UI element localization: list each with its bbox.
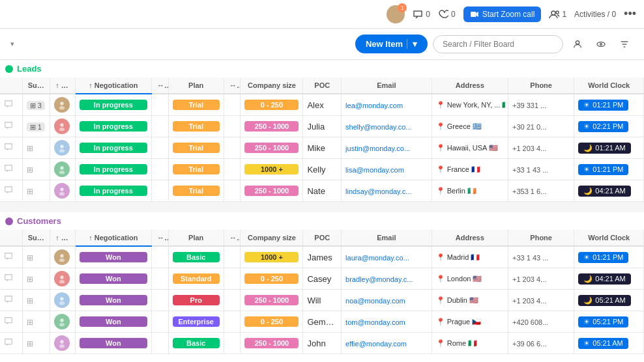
plan-cell[interactable]: Trial: [168, 137, 224, 159]
negotiation-cell[interactable]: In progress: [75, 180, 151, 202]
col-phone-header[interactable]: Phone: [508, 77, 574, 94]
company-size-cell[interactable]: 250 - 1000: [241, 137, 303, 159]
comment-cell[interactable]: [0, 268, 22, 290]
email-cell[interactable]: shelly@monday.co...: [342, 116, 432, 137]
col2-poc-header[interactable]: POC: [303, 230, 342, 246]
email-cell[interactable]: lisa@monday.com: [342, 159, 432, 180]
table-row[interactable]: ⊞ 1 In progress Trial 250 - 1000 Julia s…: [0, 116, 644, 137]
col-address-header[interactable]: Address: [432, 77, 508, 94]
negotiation-cell[interactable]: In progress: [75, 94, 151, 116]
col2-company-header[interactable]: Company size: [241, 230, 303, 246]
table-row[interactable]: ⊞ In progress Trial 250 - 1000 Nate lind…: [0, 180, 644, 202]
col-subitems-header[interactable]: Subitems: [22, 77, 50, 94]
zoom-call-button[interactable]: Start Zoom call: [463, 7, 542, 22]
col2-plan-header[interactable]: Plan: [168, 230, 224, 246]
negotiation-cell[interactable]: Won: [75, 290, 151, 311]
plan-cell[interactable]: Basic: [168, 246, 224, 268]
company-size-cell[interactable]: 0 - 250: [241, 94, 303, 116]
eye-icon[interactable]: [592, 35, 610, 53]
subitems-cell[interactable]: ⊞: [22, 159, 50, 180]
plan-cell[interactable]: Basic: [168, 333, 224, 354]
plan-cell[interactable]: Standard: [168, 268, 224, 290]
email-cell[interactable]: bradley@monday.c...: [342, 268, 432, 290]
comment-cell[interactable]: [0, 94, 22, 116]
col-plan-header[interactable]: Plan: [168, 77, 224, 94]
negotiation-cell[interactable]: In progress: [75, 137, 151, 159]
address-cell[interactable]: 📍 London 🇺🇸: [432, 268, 508, 290]
col2-phone-header[interactable]: Phone: [508, 230, 574, 246]
guests-item[interactable]: 1: [549, 9, 566, 20]
email-cell[interactable]: effie@monday.com: [342, 333, 432, 354]
company-size-cell[interactable]: 0 - 250: [241, 268, 303, 290]
replies-item[interactable]: 0: [413, 9, 430, 20]
plan-cell[interactable]: Trial: [168, 116, 224, 137]
col-poc-header[interactable]: POC: [303, 77, 342, 94]
subitems-cell[interactable]: ⊞: [22, 290, 50, 311]
comment-cell[interactable]: [0, 116, 22, 137]
comment-cell[interactable]: [0, 333, 22, 354]
col-company-header[interactable]: Company size: [241, 77, 303, 94]
company-size-cell[interactable]: 0 - 250: [241, 311, 303, 333]
table-row[interactable]: ⊞ In progress Trial 250 - 1000 Mike just…: [0, 137, 644, 159]
plan-cell[interactable]: Trial: [168, 180, 224, 202]
negotiation-cell[interactable]: Won: [75, 311, 151, 333]
address-cell[interactable]: 📍 Dublin 🇺🇸: [432, 290, 508, 311]
plan-cell[interactable]: Pro: [168, 290, 224, 311]
plan-cell[interactable]: Enterprise: [168, 311, 224, 333]
negotiation-cell[interactable]: In progress: [75, 159, 151, 180]
negotiation-cell[interactable]: Won: [75, 246, 151, 268]
subitems-cell[interactable]: ⊞: [22, 246, 50, 268]
new-item-button[interactable]: New Item ▾: [355, 35, 428, 53]
subitems-cell[interactable]: ⊞: [22, 268, 50, 290]
table-row[interactable]: ⊞ 3 In progress Trial 0 - 250 Alex lea@m…: [0, 94, 644, 116]
email-cell[interactable]: laura@monday.co...: [342, 246, 432, 268]
col2-clock-header[interactable]: World Clock: [574, 230, 644, 246]
address-cell[interactable]: 📍 Prague 🇨🇿: [432, 311, 508, 333]
negotiation-cell[interactable]: Won: [75, 333, 151, 354]
subitems-cell[interactable]: ⊞: [22, 137, 50, 159]
company-size-cell[interactable]: 250 - 1000: [241, 333, 303, 354]
email-cell[interactable]: tom@monday.com: [342, 311, 432, 333]
col2-sales-header[interactable]: ↑ Sales per...: [50, 230, 75, 246]
person-icon[interactable]: [568, 35, 587, 53]
comment-cell[interactable]: [0, 159, 22, 180]
address-cell[interactable]: 📍 France 🇫🇷: [432, 159, 508, 180]
table-row[interactable]: ⊞ Won Pro 250 - 1000 Will noa@monday.com: [0, 290, 644, 311]
col2-address-header[interactable]: Address: [432, 230, 508, 246]
table-row[interactable]: ⊞ Won Standard 0 - 250 Casey bradley@mon…: [0, 268, 644, 290]
company-size-cell[interactable]: 250 - 1000: [241, 290, 303, 311]
address-cell[interactable]: 📍 Greece 🇬🇷: [432, 116, 508, 137]
address-cell[interactable]: 📍 Hawaii, USA 🇺🇸: [432, 137, 508, 159]
col-email-header[interactable]: Email: [342, 77, 432, 94]
address-cell[interactable]: 📍 Berlin 🇮🇪: [432, 180, 508, 202]
col2-email-header[interactable]: Email: [342, 230, 432, 246]
comment-cell[interactable]: [0, 137, 22, 159]
table-row[interactable]: ⊞ Won Basic 1000 + James laura@monday.co…: [0, 246, 644, 268]
comment-cell[interactable]: [0, 246, 22, 268]
address-cell[interactable]: 📍 Madrid 🇫🇷: [432, 246, 508, 268]
table-row[interactable]: ⊞ In progress Trial 1000 + Kelly lisa@mo…: [0, 159, 644, 180]
email-cell[interactable]: lea@monday.com: [342, 94, 432, 116]
email-cell[interactable]: lindsay@monday.c...: [342, 180, 432, 202]
more-options-button[interactable]: •••: [624, 7, 636, 21]
search-input[interactable]: [433, 35, 563, 53]
email-cell[interactable]: noa@monday.com: [342, 290, 432, 311]
company-size-cell[interactable]: 1000 +: [241, 246, 303, 268]
subitems-cell[interactable]: ⊞: [22, 333, 50, 354]
company-size-cell[interactable]: 250 - 1000: [241, 180, 303, 202]
col2-subitems-header[interactable]: Subitems: [22, 230, 50, 246]
subitems-cell[interactable]: ⊞ 1: [22, 116, 50, 137]
new-item-caret[interactable]: ▾: [407, 39, 417, 49]
col-clock-header[interactable]: World Clock: [574, 77, 644, 94]
col-negotiation-header[interactable]: ↑ Negotication: [75, 77, 151, 94]
subitems-cell[interactable]: ⊞: [22, 180, 50, 202]
subitems-cell[interactable]: ⊞: [22, 311, 50, 333]
negotiation-cell[interactable]: In progress: [75, 116, 151, 137]
negotiation-cell[interactable]: Won: [75, 268, 151, 290]
plan-cell[interactable]: Trial: [168, 94, 224, 116]
comment-cell[interactable]: [0, 311, 22, 333]
plan-cell[interactable]: Trial: [168, 159, 224, 180]
table-row[interactable]: ⊞ Won Enterprise 0 - 250 Gemma tom@monda…: [0, 311, 644, 333]
address-cell[interactable]: 📍 Rome 🇮🇹: [432, 333, 508, 354]
company-size-cell[interactable]: 1000 +: [241, 159, 303, 180]
